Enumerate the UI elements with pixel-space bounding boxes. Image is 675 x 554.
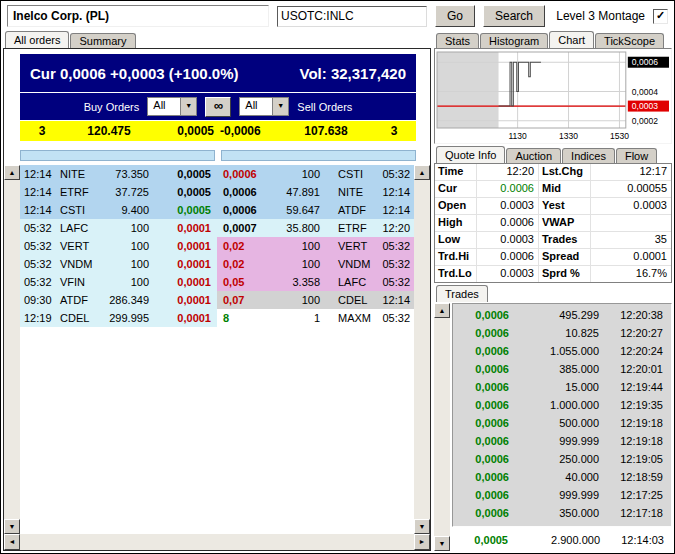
quote-label: Trades: [539, 232, 591, 248]
sell-order-row[interactable]: 0,000735.800ETRF12:20: [217, 219, 414, 237]
trade-row[interactable]: 0,0006350.00012:17:18: [453, 504, 671, 522]
best-bid: 0,0005: [154, 124, 218, 138]
scroll-track[interactable]: [20, 534, 414, 550]
tab-summary[interactable]: Summary: [70, 33, 135, 48]
sell-filter-select[interactable]: All ▼: [239, 97, 289, 116]
tab-tickscope[interactable]: TickScope: [595, 33, 664, 48]
tab-all-orders[interactable]: All orders: [5, 31, 69, 48]
sell-order-row[interactable]: 0,000659.647ATDF12:14: [217, 201, 414, 219]
sell-order-row[interactable]: 0,053.358LAFC05:32: [217, 273, 414, 291]
scroll-right-button[interactable]: ►: [414, 534, 430, 550]
quote-value: 16.7%: [591, 266, 671, 282]
order-mm: VFIN: [58, 273, 106, 291]
search-button[interactable]: Search: [483, 5, 545, 27]
quote-row: Low0.0003Trades35: [435, 232, 671, 249]
order-mm: LAFC: [58, 219, 106, 237]
order-mm: ATDF: [330, 201, 376, 219]
tab-histogram[interactable]: Histogram: [480, 33, 548, 48]
app-window: Inelco Corp. (PL) Go Search Level 3 Mont…: [0, 0, 675, 554]
trade-row[interactable]: 0,00061.000.00012:19:35: [453, 396, 671, 414]
tab-flow[interactable]: Flow: [616, 148, 657, 163]
buy-order-row[interactable]: 12:19CDEL299.9950,0001: [20, 309, 217, 327]
tab-auction[interactable]: Auction: [506, 148, 561, 163]
tab-quote-info[interactable]: Quote Info: [436, 146, 505, 163]
top-bar: Inelco Corp. (PL) Go Search Level 3 Mont…: [1, 1, 674, 31]
scroll-up-button[interactable]: ▲: [414, 165, 430, 180]
scroll-up-button[interactable]: ▲: [4, 165, 20, 180]
trade-price: 0,0006: [453, 468, 509, 486]
level3-montage-checkbox[interactable]: ✓: [653, 9, 668, 24]
order-time: 05:32: [20, 219, 58, 237]
trade-row[interactable]: 0,00052.900.00012:14:03: [452, 531, 672, 549]
sell-order-row[interactable]: 0,02100VERT05:32: [217, 237, 414, 255]
buy-order-row[interactable]: 12:14ETRF37.7250,0005: [20, 183, 217, 201]
scroll-down-button[interactable]: ▼: [434, 536, 450, 551]
trade-row[interactable]: 0,0006385.00012:20:01: [453, 360, 671, 378]
order-mm: NITE: [330, 183, 376, 201]
sell-order-row[interactable]: 81MAXM05:32: [217, 309, 414, 327]
sell-scrollbar[interactable]: ▲ ▼: [414, 165, 430, 534]
go-button[interactable]: Go: [435, 5, 475, 27]
buy-order-row[interactable]: 09:30ATDF286.3490,0001: [20, 291, 217, 309]
buy-order-row[interactable]: 12:14NITE73.3500,0005: [20, 165, 217, 183]
trade-row[interactable]: 0,0006999.99912:19:18: [453, 432, 671, 450]
buy-orders-table: 12:14NITE73.3500,000512:14ETRF37.7250,00…: [20, 165, 217, 327]
order-time: 12:14: [376, 183, 414, 201]
tab-trades[interactable]: Trades: [436, 285, 488, 302]
order-mm: ETRF: [330, 219, 376, 237]
trade-row[interactable]: 0,0006495.29912:20:38: [453, 306, 671, 324]
link-icon: ∞: [214, 98, 223, 113]
order-time: 12:14: [376, 291, 414, 309]
symbol-input[interactable]: [277, 6, 427, 27]
buy-order-row[interactable]: 05:32VNDM1000,0001: [20, 255, 217, 273]
order-size: 100: [275, 291, 330, 309]
sell-order-row[interactable]: 0,02100VNDM05:32: [217, 255, 414, 273]
buy-filter-select[interactable]: All ▼: [147, 97, 197, 116]
scroll-down-button[interactable]: ▼: [414, 519, 430, 534]
trade-row[interactable]: 0,0006250.00012:19:05: [453, 450, 671, 468]
sell-order-row[interactable]: 0,0006100CSTI05:32: [217, 165, 414, 183]
buy-orders-label: Buy Orders: [84, 101, 140, 113]
order-price: 0,0001: [159, 219, 217, 237]
quote-value: 0.0003: [477, 232, 539, 248]
order-size: 47.891: [275, 183, 330, 201]
sell-order-row[interactable]: 0,07100CDEL12:14: [217, 291, 414, 309]
trade-row[interactable]: 0,000640.00012:18:59: [453, 468, 671, 486]
sell-order-row[interactable]: 0,000647.891NITE12:14: [217, 183, 414, 201]
buy-order-row[interactable]: 05:32LAFC1000,0001: [20, 219, 217, 237]
trade-row[interactable]: 0,0006999.99912:17:25: [453, 486, 671, 504]
level3-montage-label: Level 3 Montage: [556, 9, 645, 23]
scroll-up-button[interactable]: ▲: [434, 303, 450, 318]
trades-scrollbar[interactable]: ▲ ▼: [434, 303, 450, 551]
buy-scrollbar[interactable]: ▲ ▼: [4, 165, 20, 534]
bid-count: 3: [20, 124, 64, 138]
buy-order-row[interactable]: 05:32VFIN1000,0001: [20, 273, 217, 291]
montage-hscrollbar[interactable]: ◄ ►: [4, 534, 430, 550]
scroll-track[interactable]: [434, 318, 450, 536]
quote-label: Mid: [539, 181, 591, 197]
order-mm: VERT: [330, 237, 376, 255]
tab-stats[interactable]: Stats: [436, 33, 479, 48]
order-mm: VERT: [58, 237, 106, 255]
trade-row[interactable]: 0,00061.055.00012:20:24: [453, 342, 671, 360]
tab-chart[interactable]: Chart: [549, 31, 594, 48]
trade-time: 12:19:35: [599, 396, 671, 414]
tab-indices[interactable]: Indices: [562, 148, 615, 163]
quote-value: 0.00055: [591, 181, 671, 197]
buy-order-row[interactable]: 12:14CSTI9.4000,0005: [20, 201, 217, 219]
order-mm: VNDM: [58, 255, 106, 273]
order-size: 100: [106, 219, 159, 237]
scroll-down-button[interactable]: ▼: [4, 519, 20, 534]
quote-label: Lst.Chg: [539, 164, 591, 180]
quote-label: High: [435, 215, 477, 231]
trade-row[interactable]: 0,000610.82512:20:27: [453, 324, 671, 342]
link-filters-button[interactable]: ∞: [205, 97, 231, 117]
scroll-track[interactable]: [4, 180, 20, 519]
trade-time: 12:17:18: [599, 504, 671, 522]
buy-order-row[interactable]: 05:32VERT1000,0001: [20, 237, 217, 255]
scroll-track[interactable]: [414, 180, 430, 519]
order-size: 100: [275, 255, 330, 273]
trade-row[interactable]: 0,000615.00012:19:44: [453, 378, 671, 396]
trade-row[interactable]: 0,0006500.00012:19:18: [453, 414, 671, 432]
scroll-left-button[interactable]: ◄: [4, 534, 20, 550]
